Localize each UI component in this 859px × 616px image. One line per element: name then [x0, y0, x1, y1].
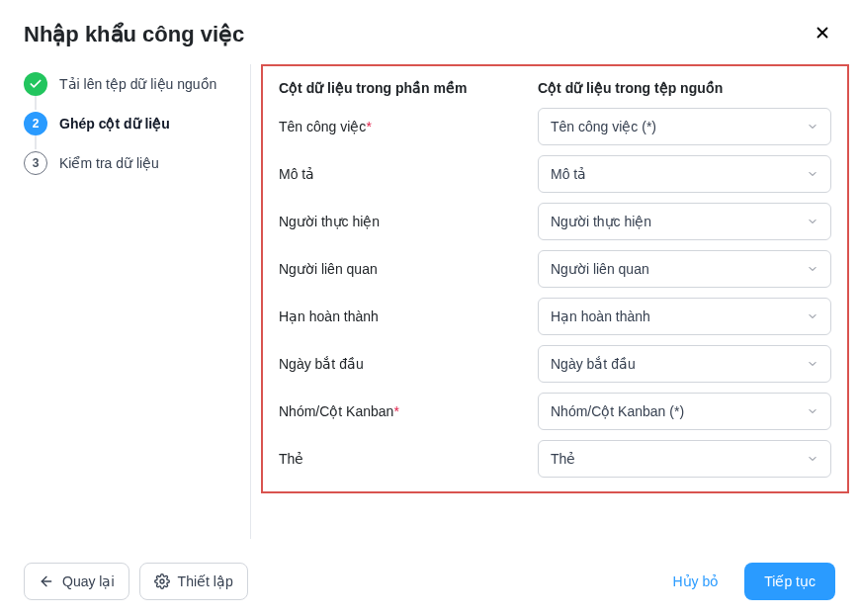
close-button[interactable]	[810, 20, 835, 48]
chevron-down-icon	[807, 453, 818, 465]
field-label: Ngày bắt đầu	[279, 356, 526, 372]
select-value: Nhóm/Cột Kanban (*)	[551, 403, 684, 419]
back-label: Quay lại	[62, 573, 115, 589]
check-icon	[24, 72, 47, 96]
mapping-row: Mô tảMô tả	[279, 155, 831, 193]
mapping-panel: Cột dữ liệu trong phần mềm Cột dữ liệu t…	[251, 64, 859, 539]
steps-sidebar: Tải lên tệp dữ liệu nguồn 2 Ghép cột dữ …	[24, 64, 251, 539]
select-value: Hạn hoàn thành	[551, 308, 650, 324]
select-value: Người liên quan	[551, 261, 649, 277]
step-label: Tải lên tệp dữ liệu nguồn	[59, 76, 216, 92]
column-select[interactable]: Thẻ	[538, 440, 831, 478]
mapping-row: Người liên quanNgười liên quan	[279, 250, 831, 288]
continue-button[interactable]: Tiếp tục	[744, 563, 835, 600]
required-asterisk: *	[393, 403, 398, 419]
chevron-down-icon	[807, 310, 818, 322]
gear-icon	[154, 573, 170, 589]
select-value: Ngày bắt đầu	[551, 356, 636, 372]
arrow-left-icon	[39, 573, 54, 589]
select-value: Thẻ	[551, 451, 575, 467]
mapping-row: ThẻThẻ	[279, 440, 831, 478]
close-icon	[814, 24, 831, 42]
field-label: Người thực hiện	[279, 214, 526, 229]
mapping-row: Nhóm/Cột Kanban*Nhóm/Cột Kanban (*)	[279, 393, 831, 430]
required-asterisk: *	[366, 119, 371, 134]
chevron-down-icon	[807, 358, 818, 370]
cancel-button[interactable]: Hủy bỏ	[666, 572, 725, 590]
mapping-row: Tên công việc*Tên công việc (*)	[279, 108, 831, 145]
step-label: Kiểm tra dữ liệu	[59, 155, 159, 171]
right-column-header: Cột dữ liệu trong tệp nguồn	[538, 80, 831, 96]
modal-header: Nhập khẩu công việc	[0, 0, 859, 64]
chevron-down-icon	[807, 405, 818, 417]
step-1[interactable]: Tải lên tệp dữ liệu nguồn	[24, 64, 250, 104]
field-label: Người liên quan	[279, 261, 526, 277]
column-select[interactable]: Người liên quan	[538, 250, 831, 288]
step-2[interactable]: 2 Ghép cột dữ liệu	[24, 104, 250, 143]
modal-footer: Quay lại Thiết lập Hủy bỏ Tiếp tục	[0, 549, 859, 616]
chevron-down-icon	[807, 121, 818, 132]
field-label: Nhóm/Cột Kanban*	[279, 403, 526, 419]
column-select[interactable]: Hạn hoàn thành	[538, 298, 831, 335]
step-number-icon: 2	[24, 112, 47, 135]
svg-point-1	[160, 579, 164, 583]
select-value: Người thực hiện	[551, 214, 651, 229]
select-value: Tên công việc (*)	[551, 119, 656, 134]
chevron-down-icon	[807, 216, 818, 227]
column-select[interactable]: Ngày bắt đầu	[538, 345, 831, 383]
settings-label: Thiết lập	[178, 573, 233, 589]
step-3[interactable]: 3 Kiểm tra dữ liệu	[24, 143, 250, 183]
column-headers: Cột dữ liệu trong phần mềm Cột dữ liệu t…	[279, 80, 831, 96]
field-label: Mô tả	[279, 166, 526, 182]
back-button[interactable]: Quay lại	[24, 563, 129, 600]
field-label: Tên công việc*	[279, 119, 526, 134]
mapping-row: Người thực hiệnNgười thực hiện	[279, 203, 831, 240]
chevron-down-icon	[807, 263, 818, 275]
step-label: Ghép cột dữ liệu	[59, 116, 170, 132]
mapping-row: Ngày bắt đầuNgày bắt đầu	[279, 345, 831, 383]
select-value: Mô tả	[551, 166, 586, 182]
settings-button[interactable]: Thiết lập	[139, 563, 248, 600]
column-select[interactable]: Nhóm/Cột Kanban (*)	[538, 393, 831, 430]
field-label: Hạn hoàn thành	[279, 308, 526, 324]
left-column-header: Cột dữ liệu trong phần mềm	[279, 80, 526, 96]
mapping-highlight: Cột dữ liệu trong phần mềm Cột dữ liệu t…	[261, 64, 849, 493]
page-title: Nhập khẩu công việc	[24, 22, 244, 47]
column-select[interactable]: Tên công việc (*)	[538, 108, 831, 145]
mapping-row: Hạn hoàn thànhHạn hoàn thành	[279, 298, 831, 335]
column-select[interactable]: Mô tả	[538, 155, 831, 193]
chevron-down-icon	[807, 168, 818, 180]
field-label: Thẻ	[279, 451, 526, 467]
step-number-icon: 3	[24, 151, 47, 175]
column-select[interactable]: Người thực hiện	[538, 203, 831, 240]
